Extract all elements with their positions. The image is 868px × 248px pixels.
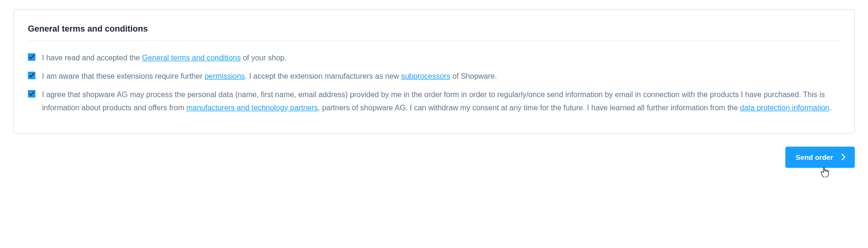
cursor-pointer-icon <box>820 167 830 177</box>
text: . I accept the extension manufacturers a… <box>245 72 401 80</box>
checkbox-permissions[interactable] <box>28 72 35 79</box>
text: I am aware that these extensions require… <box>42 72 204 80</box>
text: of Shopware. <box>450 72 497 80</box>
divider <box>28 41 840 41</box>
terms-panel: General terms and conditions I have read… <box>13 9 855 133</box>
checkbox-label-data-processing: I agree that shopware AG may process the… <box>42 88 840 114</box>
text: , partners of shopware AG. I can withdra… <box>318 104 740 112</box>
text: I have read and accepted the <box>42 54 142 62</box>
checkbox-terms[interactable] <box>28 53 35 61</box>
checkbox-label-permissions: I am aware that these extensions require… <box>42 70 497 83</box>
text: . <box>829 104 831 112</box>
actions-row: Send order <box>13 147 855 168</box>
send-order-label: Send order <box>796 153 833 161</box>
link-general-terms[interactable]: General terms and conditions <box>142 54 241 62</box>
checkbox-label-terms: I have read and accepted the General ter… <box>42 51 287 64</box>
link-data-protection[interactable]: data protection information <box>740 104 829 112</box>
link-subprocessors[interactable]: subprocessors <box>401 72 450 80</box>
checkbox-row-data-processing: I agree that shopware AG may process the… <box>28 88 840 114</box>
terms-title: General terms and conditions <box>28 24 840 34</box>
link-manufacturers-partners[interactable]: manufacturers and technology partners <box>187 104 318 112</box>
link-permissions[interactable]: permissions <box>204 72 245 80</box>
text: of your shop. <box>241 54 287 62</box>
checkbox-row-terms: I have read and accepted the General ter… <box>28 51 840 64</box>
checkbox-data-processing[interactable] <box>28 90 35 98</box>
send-order-button[interactable]: Send order <box>785 147 855 168</box>
checkbox-row-permissions: I am aware that these extensions require… <box>28 70 840 83</box>
chevron-right-icon <box>842 154 845 160</box>
